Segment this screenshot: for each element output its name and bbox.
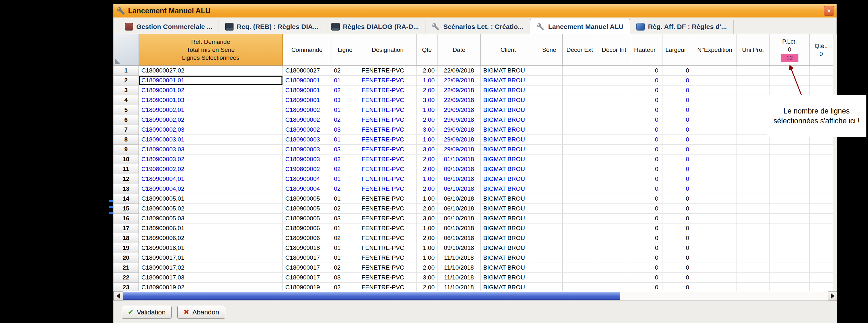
- row-number-cell[interactable]: 1: [114, 66, 139, 76]
- column-header-decor-ext[interactable]: Décor Ext: [563, 34, 597, 66]
- row-number-cell[interactable]: 21: [114, 263, 139, 273]
- cell-date[interactable]: 29/09/2018: [437, 125, 481, 135]
- cell-uni-pro[interactable]: [737, 125, 770, 135]
- cell-date[interactable]: 06/10/2018: [437, 224, 481, 233]
- cell-decor-int[interactable]: [597, 135, 631, 145]
- cell-decor-int[interactable]: [597, 95, 631, 105]
- cell-client[interactable]: BIGMAT BROU: [481, 164, 536, 174]
- cell-qte-lct[interactable]: [810, 214, 833, 224]
- cell-serie[interactable]: [536, 95, 563, 105]
- cell-commande[interactable]: C180900001: [283, 76, 331, 86]
- row-number-cell[interactable]: 9: [114, 145, 139, 154]
- cell-qte-lct[interactable]: [810, 263, 833, 273]
- scroll-right-button[interactable]: [828, 291, 837, 300]
- cell-commande[interactable]: C180900019: [283, 283, 331, 291]
- cell-ligne[interactable]: 03: [331, 125, 359, 135]
- cell-n-expedition[interactable]: [693, 145, 737, 154]
- cell-uni-pro[interactable]: [737, 154, 770, 164]
- cell-client[interactable]: BIGMAT BROU: [481, 253, 536, 263]
- cell-designation[interactable]: FENETRE-PVC: [359, 154, 416, 164]
- cell-qte[interactable]: 2,00: [416, 164, 437, 174]
- grid-row[interactable]: 10 C180900003,02 C180900003 02 FENETRE-P…: [114, 154, 833, 164]
- cell-serie[interactable]: [536, 145, 563, 154]
- cell-qte-lct[interactable]: [810, 273, 833, 283]
- row-number-cell[interactable]: 15: [114, 204, 139, 214]
- row-number-cell[interactable]: 7: [114, 125, 139, 135]
- cell-qte[interactable]: 2,00: [416, 233, 437, 243]
- cell-date[interactable]: 11/10/2018: [437, 263, 481, 273]
- cell-ref[interactable]: C180900017,01: [139, 253, 283, 263]
- cell-serie[interactable]: [536, 164, 563, 174]
- cell-designation[interactable]: FENETRE-PVC: [359, 95, 416, 105]
- cell-designation[interactable]: FENETRE-PVC: [359, 243, 416, 253]
- cell-uni-pro[interactable]: [737, 66, 770, 76]
- cell-qte-lct[interactable]: [810, 145, 833, 154]
- cell-serie[interactable]: [536, 263, 563, 273]
- cell-decor-ext[interactable]: [563, 273, 597, 283]
- cell-n-expedition[interactable]: [693, 233, 737, 243]
- cell-hauteur[interactable]: 0: [631, 243, 662, 253]
- row-number-cell[interactable]: 20: [114, 253, 139, 263]
- cell-hauteur[interactable]: 0: [631, 253, 662, 263]
- grid-row[interactable]: 6 C180900002,02 C180900002 02 FENETRE-PV…: [114, 115, 833, 125]
- cell-qte[interactable]: 1,00: [416, 224, 437, 233]
- scrollbar-track[interactable]: [123, 291, 828, 300]
- cell-largeur[interactable]: 0: [662, 95, 693, 105]
- cell-hauteur[interactable]: 0: [631, 273, 662, 283]
- cell-commande[interactable]: C180900003: [283, 135, 331, 145]
- grid-row[interactable]: 1 C180800027,02 C180800027 02 FENETRE-PV…: [114, 66, 833, 76]
- cell-ref[interactable]: C180800027,02: [139, 66, 283, 76]
- cell-ref[interactable]: C180900001,03: [139, 95, 283, 105]
- cell-client[interactable]: BIGMAT BROU: [481, 174, 536, 184]
- cell-largeur[interactable]: 0: [662, 125, 693, 135]
- cell-hauteur[interactable]: 0: [631, 125, 662, 135]
- cell-decor-int[interactable]: [597, 194, 631, 204]
- tab-reg-aff-df[interactable]: Règ. Aff. DF : Règles d'...: [630, 20, 733, 34]
- cell-date[interactable]: 11/10/2018: [437, 283, 481, 291]
- cell-largeur[interactable]: 0: [662, 194, 693, 204]
- cell-decor-int[interactable]: [597, 76, 631, 86]
- grid-row[interactable]: 12 C180900004,01 C180900004 01 FENETRE-P…: [114, 174, 833, 184]
- cell-p-lct[interactable]: [770, 164, 810, 174]
- cell-p-lct[interactable]: [770, 243, 810, 253]
- cell-designation[interactable]: FENETRE-PVC: [359, 263, 416, 273]
- cell-commande[interactable]: C180900005: [283, 214, 331, 224]
- cell-uni-pro[interactable]: [737, 174, 770, 184]
- cell-n-expedition[interactable]: [693, 135, 737, 145]
- cell-decor-int[interactable]: [597, 125, 631, 135]
- cell-largeur[interactable]: 0: [662, 86, 693, 95]
- cell-ref[interactable]: C180900003,02: [139, 154, 283, 164]
- cell-ligne[interactable]: 01: [331, 76, 359, 86]
- cell-client[interactable]: BIGMAT BROU: [481, 224, 536, 233]
- cell-serie[interactable]: [536, 86, 563, 95]
- cell-p-lct[interactable]: [770, 253, 810, 263]
- close-button[interactable]: ×: [824, 6, 834, 16]
- grid-row[interactable]: 22 C180900017,03 C180900017 03 FENETRE-P…: [114, 273, 833, 283]
- cell-serie[interactable]: [536, 253, 563, 263]
- scroll-left-button[interactable]: [114, 291, 123, 300]
- cell-date[interactable]: 06/10/2018: [437, 174, 481, 184]
- cell-commande[interactable]: C180900005: [283, 204, 331, 214]
- cell-ligne[interactable]: 02: [331, 184, 359, 194]
- cell-client[interactable]: BIGMAT BROU: [481, 154, 536, 164]
- cell-client[interactable]: BIGMAT BROU: [481, 194, 536, 204]
- cell-largeur[interactable]: 0: [662, 184, 693, 194]
- cell-decor-ext[interactable]: [563, 115, 597, 125]
- cell-n-expedition[interactable]: [693, 164, 737, 174]
- row-number-cell[interactable]: 13: [114, 184, 139, 194]
- cell-date[interactable]: 11/10/2018: [437, 273, 481, 283]
- cell-serie[interactable]: [536, 154, 563, 164]
- cell-designation[interactable]: FENETRE-PVC: [359, 233, 416, 243]
- cell-largeur[interactable]: 0: [662, 66, 693, 76]
- tab-scenarios-lct[interactable]: Scénarios Lct. : Créatio...: [426, 20, 530, 34]
- cell-decor-ext[interactable]: [563, 174, 597, 184]
- cell-largeur[interactable]: 0: [662, 273, 693, 283]
- cell-qte-lct[interactable]: [810, 224, 833, 233]
- cell-decor-int[interactable]: [597, 174, 631, 184]
- row-number-cell[interactable]: 23: [114, 283, 139, 291]
- cell-commande[interactable]: C180900017: [283, 253, 331, 263]
- cell-qte-lct[interactable]: [810, 154, 833, 164]
- cell-serie[interactable]: [536, 66, 563, 76]
- cell-ligne[interactable]: 02: [331, 154, 359, 164]
- cell-decor-ext[interactable]: [563, 125, 597, 135]
